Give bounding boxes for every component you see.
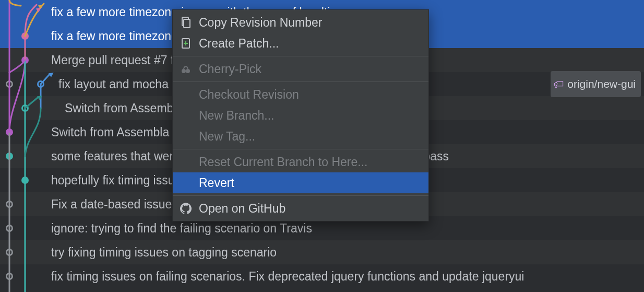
menu-item-label: New Branch... bbox=[199, 109, 274, 122]
commit-graph-cell bbox=[0, 48, 51, 72]
svg-point-9 bbox=[186, 69, 190, 73]
menu-item-label: New Tag... bbox=[199, 130, 255, 143]
commit-graph-cell bbox=[0, 24, 51, 48]
menu-item-label: Checkout Revision bbox=[199, 88, 299, 101]
commit-graph-cell bbox=[0, 216, 51, 240]
commit-graph-cell bbox=[0, 264, 51, 288]
menu-item-label: Reset Current Branch to Here... bbox=[199, 155, 367, 169]
commit-graph-cell bbox=[0, 168, 51, 192]
menu-separator bbox=[173, 149, 428, 149]
menu-item: Checkout Revision bbox=[173, 84, 428, 105]
branch-tag-label: origin/new-gui bbox=[567, 72, 636, 96]
context-menu: Copy Revision Number Create Patch... Che… bbox=[172, 9, 429, 221]
commit-graph-cell bbox=[0, 72, 51, 96]
commit-graph-cell bbox=[0, 120, 51, 144]
menu-separator bbox=[173, 81, 428, 82]
copy-icon bbox=[180, 17, 192, 28]
menu-item-label: Revert bbox=[199, 176, 234, 190]
commit-row[interactable]: try fixing timing issues on tagging scen… bbox=[0, 240, 644, 264]
menu-item[interactable]: Copy Revision Number bbox=[173, 12, 428, 33]
svg-point-8 bbox=[182, 69, 186, 73]
patch-icon bbox=[180, 38, 192, 49]
menu-item[interactable]: Revert bbox=[173, 172, 428, 193]
commit-graph-cell bbox=[0, 192, 51, 216]
menu-separator bbox=[173, 195, 428, 196]
menu-item-label: Open on GitHub bbox=[199, 202, 285, 215]
svg-rect-6 bbox=[184, 19, 190, 28]
menu-item[interactable]: Open on GitHub bbox=[173, 198, 428, 219]
commit-graph-cell bbox=[0, 144, 51, 168]
menu-item: New Tag... bbox=[173, 126, 428, 147]
menu-separator bbox=[173, 56, 428, 56]
menu-item[interactable]: Create Patch... bbox=[173, 33, 428, 54]
menu-item-label: Copy Revision Number bbox=[199, 16, 322, 29]
commit-message: fix timing issues on failing scenarios. … bbox=[51, 270, 524, 283]
commit-message: ignore: trying to find the failing scena… bbox=[51, 221, 312, 235]
commit-row[interactable]: fix timing issues on failing scenarios. … bbox=[0, 264, 644, 288]
commit-graph-cell bbox=[0, 240, 51, 264]
menu-item: New Branch... bbox=[173, 105, 428, 126]
cherry-icon bbox=[180, 63, 192, 75]
tag-icon: 🏷 bbox=[554, 72, 564, 96]
menu-item: Reset Current Branch to Here... bbox=[173, 151, 428, 172]
commit-message: try fixing timing issues on tagging scen… bbox=[51, 246, 277, 259]
menu-item-label: Create Patch... bbox=[199, 37, 279, 50]
github-icon bbox=[180, 203, 192, 214]
branch-tag[interactable]: 🏷origin/new-gui bbox=[551, 71, 641, 97]
menu-item: Cherry-Pick bbox=[173, 59, 428, 79]
menu-item-label: Cherry-Pick bbox=[199, 62, 261, 76]
